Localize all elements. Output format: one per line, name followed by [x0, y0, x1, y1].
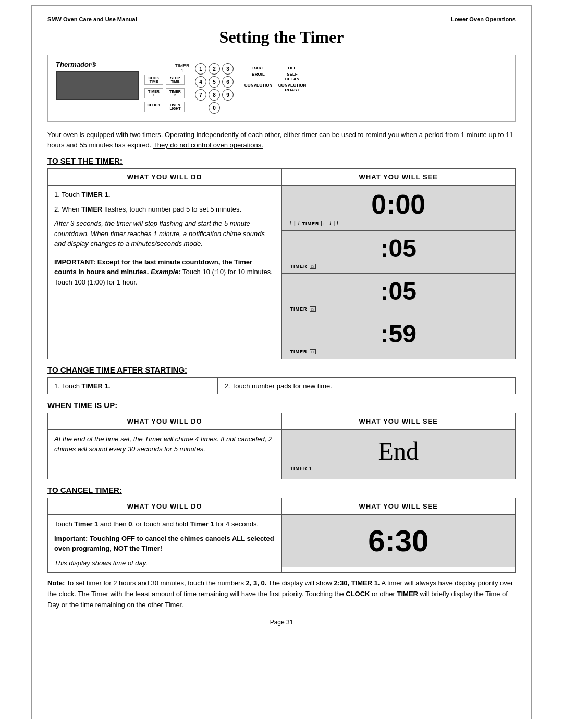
timer-box-icon-4: □	[310, 349, 316, 354]
cancel-step1: Touch Timer 1 and then 0, or touch and h…	[54, 519, 275, 529]
page-header: SMW Oven Care and Use Manual Lower Oven …	[47, 16, 516, 22]
numkey-3[interactable]: 3	[222, 63, 234, 75]
oven-light-btn[interactable]: OVENLIGHT	[166, 102, 185, 112]
step2-bold: TIMER	[81, 205, 102, 213]
clock-btn[interactable]: CLOCK	[144, 102, 163, 112]
timer-indicator-4: TIMER □	[288, 349, 509, 354]
timer-end-label: TIMER 1	[290, 466, 313, 471]
numkey-2[interactable]: 2	[209, 63, 220, 75]
oven-left: Thermador®	[56, 60, 139, 100]
set-timer-see-content: 0:00 \ | / TIMER □ / | \ :05 TIMER □	[282, 186, 516, 359]
change-step1-bold: TIMER 1.	[82, 382, 111, 390]
set-timer-heading: TO SET THE TIMER:	[47, 156, 516, 165]
when-time-up-table: WHAT YOU WILL DO WHAT YOU WILL SEE At th…	[47, 413, 516, 480]
display-59-time: :59	[288, 320, 509, 348]
off-btn[interactable]: OFF	[278, 66, 307, 70]
set-timer-do-header: WHAT YOU WILL DO	[48, 169, 282, 186]
page-number: Page 31	[47, 619, 516, 626]
when-see-content: End TIMER 1	[282, 429, 516, 479]
numkey-1[interactable]: 1	[195, 63, 206, 75]
convection-btn[interactable]: CONVECTION	[244, 83, 273, 92]
oven-display	[56, 71, 139, 100]
change-time-heading: TO CHANGE TIME AFTER STARTING:	[47, 365, 516, 374]
when-do-header: WHAT YOU WILL DO	[48, 413, 282, 429]
cancel-0: 0	[128, 520, 132, 528]
bake-btn[interactable]: BAKE	[244, 66, 273, 70]
display-end-text: End	[288, 438, 509, 465]
timer2-btn[interactable]: TIMER 2	[166, 88, 185, 98]
timer-box-icon-1: □	[321, 221, 327, 226]
timer1-btn[interactable]: TIMER 1	[144, 88, 163, 98]
step1-bold: TIMER 1.	[82, 191, 111, 199]
page: SMW Oven Care and Use Manual Lower Oven …	[31, 5, 532, 719]
display-59: :59 TIMER □	[282, 316, 516, 359]
cancel-timer1-hold: Timer 1	[190, 520, 214, 528]
timer-indicator-1: \ | / TIMER □ / | \	[288, 220, 509, 226]
stop-time-btn[interactable]: STOPTIME	[166, 75, 185, 85]
numkey-5[interactable]: 5	[209, 76, 220, 88]
display-000: 0:00 \ | / TIMER □ / | \	[282, 186, 516, 231]
timer-box-icon-3: □	[310, 306, 316, 312]
oven-bottom-buttons: CLOCK OVENLIGHT	[144, 102, 185, 112]
italic-note: After 3 seconds, the timer will stop fla…	[54, 218, 275, 249]
change-time-table: 1. Touch TIMER 1. 2. Touch number pads f…	[47, 377, 516, 394]
timer-indicator-3: TIMER □	[288, 306, 509, 312]
numkey-9[interactable]: 9	[222, 89, 234, 101]
cook-time-btn[interactable]: COOKTIME	[144, 75, 163, 85]
numkey-8[interactable]: 8	[209, 89, 220, 101]
numpad: 1 2 3 4 5 6 7 8 9 0	[195, 63, 234, 114]
step2: 2. When TIMER flashes, touch number pad …	[54, 204, 275, 215]
set-timer-table: WHAT YOU WILL DO WHAT YOU WILL SEE 1. To…	[47, 168, 516, 359]
timer-indicator-end: TIMER 1	[288, 466, 509, 471]
broil-btn[interactable]: BROIL	[244, 72, 273, 81]
set-timer-do-content: 1. Touch TIMER 1. 2. When TIMER flashes,…	[48, 186, 282, 359]
oven-diagram: Thermador® TIMER 1 COOKTIME STOPTIME TIM…	[47, 55, 516, 122]
display-05a-time: :05	[288, 235, 509, 263]
cancel-italic: This display shows time of day.	[54, 558, 275, 569]
cancel-timer-table: WHAT YOU WILL DO WHAT YOU WILL SEE Touch…	[47, 498, 516, 573]
when-time-up-heading: WHEN TIME IS UP:	[47, 401, 516, 410]
oven-right-buttons: BAKE OFF BROIL SELFCLEAN CONVECTION CONV…	[244, 66, 307, 92]
timer-indicator-2: TIMER □	[288, 264, 509, 269]
cancel-do-content: Touch Timer 1 and then 0, or touch and h…	[48, 515, 282, 573]
display-630-time: 6:30	[288, 524, 509, 558]
thermador-logo: Thermador®	[56, 60, 96, 68]
display-end: End TIMER 1	[282, 430, 516, 479]
step1: 1. Touch TIMER 1.	[54, 190, 275, 200]
header-left: SMW Oven Care and Use Manual	[47, 16, 137, 22]
change-step1: 1. Touch TIMER 1.	[48, 377, 218, 394]
cancel-important: Important: Touching OFF to cancel the ch…	[54, 534, 275, 554]
intro-underline: They do not control oven operations.	[153, 141, 263, 149]
bottom-note: Note: To set timer for 2 hours and 30 mi…	[47, 578, 516, 610]
cancel-timer1: Timer 1	[74, 520, 98, 528]
numkey-4[interactable]: 4	[195, 76, 206, 88]
when-do-content: At the end of the time set, the Timer wi…	[48, 429, 282, 479]
cancel-see-content: 6:30	[282, 515, 516, 573]
cancel-do-header: WHAT YOU WILL DO	[48, 498, 282, 515]
convection-roast-btn[interactable]: CONVECTIONROAST	[278, 83, 307, 92]
when-see-header: WHAT YOU WILL SEE	[282, 413, 516, 429]
cancel-see-header: WHAT YOU WILL SEE	[282, 498, 516, 515]
change-step2: 2. Touch number pads for new time.	[218, 377, 516, 394]
display-05a: :05 TIMER □	[282, 231, 516, 274]
page-title: Setting the Timer	[47, 28, 516, 47]
numkey-6[interactable]: 6	[222, 76, 234, 88]
oven-middle: TIMER 1 COOKTIME STOPTIME TIMER 1 TIMER …	[144, 63, 185, 114]
set-timer-see-header: WHAT YOU WILL SEE	[282, 169, 516, 186]
header-right: Lower Oven Operations	[451, 16, 516, 22]
numkey-7[interactable]: 7	[195, 89, 206, 101]
timer1-arrow-label: TIMER 1	[175, 63, 190, 73]
oven-top-buttons: COOKTIME STOPTIME	[144, 75, 185, 85]
self-clean-btn[interactable]: SELFCLEAN	[278, 72, 307, 81]
oven-timer-buttons: TIMER 1 TIMER 2	[144, 88, 185, 98]
display-05b-time: :05	[288, 278, 509, 305]
when-italic: At the end of the time set, the Timer wi…	[54, 434, 275, 454]
numkey-0[interactable]: 0	[209, 102, 220, 114]
display-05b: :05 TIMER □	[282, 274, 516, 316]
timer-box-icon-2: □	[310, 264, 316, 269]
display-000-time: 0:00	[288, 190, 509, 219]
intro-text: Your oven is equipped with two timers. O…	[47, 130, 516, 150]
cancel-timer-heading: TO CANCEL TIMER:	[47, 486, 516, 495]
important-note: IMPORTANT: Except for the last minute co…	[54, 257, 275, 288]
display-630: 6:30	[282, 515, 516, 567]
